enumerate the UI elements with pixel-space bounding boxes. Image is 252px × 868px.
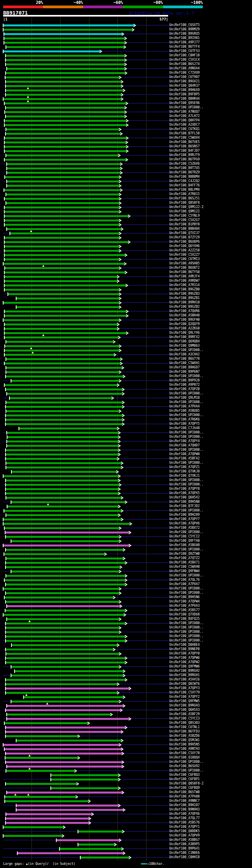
- alignment-bar[interactable]: [6, 761, 122, 763]
- alignment-bar[interactable]: [6, 631, 119, 633]
- hit-label[interactable]: UniRef100_C5YCI3: [169, 717, 200, 721]
- alignment-bar[interactable]: [4, 276, 117, 278]
- alignment-bar[interactable]: [5, 176, 119, 178]
- hit-label[interactable]: UniRef100_A7NUQ7: [169, 110, 200, 114]
- hit-label[interactable]: UniRef100_UPI000..: [169, 461, 204, 465]
- alignment-bar[interactable]: [4, 102, 126, 104]
- alignment-bar[interactable]: [24, 696, 123, 698]
- alignment-bar[interactable]: [16, 740, 121, 742]
- hit-label[interactable]: UniRef100_Q9FMW5: [169, 699, 200, 703]
- alignment-bar[interactable]: [6, 59, 125, 61]
- alignment-bar[interactable]: [4, 553, 105, 555]
- alignment-bar[interactable]: [6, 133, 120, 135]
- hit-label[interactable]: UniRef100_A7QPV6: [169, 522, 200, 526]
- hit-label[interactable]: UniRef100_B4FF76: [169, 184, 200, 188]
- hit-label[interactable]: UniRef100_Q10QQ4: [169, 756, 200, 760]
- alignment-bar[interactable]: [78, 844, 115, 846]
- hit-label[interactable]: UniRef100_UPI000..: [169, 435, 204, 439]
- hit-label[interactable]: UniRef100_B6SJ51: [169, 197, 200, 201]
- hit-label[interactable]: UniRef100_UPI000..: [169, 621, 204, 625]
- hit-label[interactable]: UniRef100_A7PVA7: [169, 582, 200, 586]
- alignment-bar[interactable]: [4, 146, 126, 148]
- alignment-bar[interactable]: [6, 575, 125, 577]
- alignment-bar[interactable]: [6, 709, 120, 711]
- hit-label[interactable]: UniRef100_UPI000..: [169, 548, 204, 552]
- hit-label[interactable]: UniRef100_B9H5N6: [169, 595, 200, 599]
- hit-label[interactable]: UniRef100_C6TMI3: [169, 257, 200, 261]
- hit-label[interactable]: UniRef100_A3B9P5: [169, 842, 200, 846]
- hit-label[interactable]: UniRef100_B8B8M4: [169, 175, 200, 179]
- alignment-bar[interactable]: [4, 527, 119, 529]
- alignment-bar[interactable]: [7, 167, 120, 169]
- hit-label[interactable]: UniRef100_B6STW0: [169, 790, 200, 794]
- alignment-bar[interactable]: [4, 280, 117, 282]
- alignment-bar[interactable]: [4, 271, 125, 273]
- alignment-bar[interactable]: [4, 349, 119, 351]
- alignment-bar[interactable]: [5, 111, 125, 113]
- alignment-bar[interactable]: [6, 753, 122, 755]
- alignment-bar[interactable]: [6, 640, 125, 642]
- hit-label[interactable]: UniRef100_A5BU05: [169, 409, 200, 413]
- alignment-bar[interactable]: [6, 813, 92, 815]
- alignment-bar[interactable]: [4, 332, 126, 334]
- alignment-bar[interactable]: [6, 63, 125, 65]
- hit-label[interactable]: UniRef100_B4FQ25: [169, 617, 200, 621]
- hit-label[interactable]: UniRef100_B9RMZ9: [169, 28, 200, 32]
- alignment-bar[interactable]: [6, 770, 75, 772]
- hit-label[interactable]: UniRef100_Q9LYV6: [169, 331, 200, 335]
- alignment-bar[interactable]: [6, 388, 122, 390]
- hit-label[interactable]: UniRef100_B9H5N5: [169, 743, 200, 747]
- hit-label[interactable]: UniRef100_A7R015: [169, 192, 200, 196]
- hit-label[interactable]: UniRef100_B9H289: [169, 513, 200, 517]
- hit-label[interactable]: UniRef100_A5BG00: [169, 543, 200, 547]
- alignment-bar[interactable]: [6, 46, 124, 48]
- alignment-bar[interactable]: [6, 480, 119, 481]
- alignment-bar[interactable]: [6, 627, 119, 629]
- alignment-bar[interactable]: [11, 675, 123, 677]
- alignment-bar[interactable]: [4, 510, 121, 512]
- hit-label[interactable]: UniRef100_B6TRZ9: [169, 171, 200, 175]
- alignment-bar[interactable]: [6, 488, 119, 490]
- alignment-bar[interactable]: [3, 263, 124, 265]
- hit-label[interactable]: UniRef100_C5XY78: [169, 751, 200, 755]
- alignment-bar[interactable]: [3, 475, 119, 477]
- alignment-bar[interactable]: [4, 42, 125, 44]
- hit-label[interactable]: UniRef100_B6U778: [169, 357, 200, 361]
- hit-label[interactable]: UniRef100_A5AVI6: [169, 678, 200, 682]
- alignment-bar[interactable]: [4, 237, 119, 239]
- alignment-bar[interactable]: [6, 341, 113, 343]
- hit-label[interactable]: UniRef100_D0ABE4: [169, 643, 200, 647]
- hit-label[interactable]: UniRef100_A7QPW0: [169, 452, 200, 456]
- alignment-bar[interactable]: [6, 72, 125, 74]
- hit-label[interactable]: UniRef100_B9P641: [169, 847, 200, 851]
- hit-label[interactable]: UniRef100_B9P928: [169, 379, 200, 383]
- alignment-bar[interactable]: [11, 644, 117, 646]
- hit-label[interactable]: UniRef100_B9N9H3: [169, 808, 200, 812]
- hit-label[interactable]: UniRef100_Q0DDK5: [169, 829, 200, 833]
- hit-label[interactable]: UniRef100_A7QPX5: [169, 491, 200, 495]
- alignment-bar[interactable]: [6, 55, 125, 57]
- alignment-bar[interactable]: [4, 354, 114, 356]
- alignment-bar[interactable]: [6, 115, 125, 117]
- hit-label[interactable]: UniRef100_B6SNS7: [169, 145, 200, 149]
- hit-label[interactable]: UniRef100_C5Z6V6: [169, 162, 200, 166]
- alignment-bar[interactable]: [6, 358, 120, 360]
- hit-label[interactable]: UniRef100_A7QPY4: [169, 439, 200, 443]
- alignment-bar[interactable]: [6, 367, 122, 369]
- hit-label[interactable]: UniRef100_UPI000..: [169, 760, 204, 764]
- hit-label[interactable]: UniRef100_C5WUV4: [169, 136, 200, 140]
- hit-label[interactable]: UniRef100_A9SH05: [169, 262, 200, 266]
- alignment-bar[interactable]: [6, 692, 117, 694]
- alignment-bar[interactable]: [7, 228, 121, 230]
- hit-label[interactable]: UniRef100_A7PA08: [169, 795, 200, 799]
- alignment-bar[interactable]: [59, 848, 122, 850]
- alignment-bar[interactable]: [11, 666, 119, 668]
- alignment-bar[interactable]: [6, 467, 121, 468]
- hit-label[interactable]: UniRef100_B9HGD7: [169, 366, 200, 370]
- hit-label[interactable]: UniRef100_UPI000..: [169, 630, 204, 634]
- hit-label[interactable]: UniRef100_B6SU92: [169, 764, 200, 768]
- hit-label[interactable]: UniRef100_Q9ZTW0: [169, 552, 200, 556]
- hit-label[interactable]: UniRef100_Q9LM10: [169, 396, 200, 400]
- hit-label[interactable]: UniRef100_A5BS77: [169, 608, 200, 612]
- alignment-bar[interactable]: [4, 748, 121, 750]
